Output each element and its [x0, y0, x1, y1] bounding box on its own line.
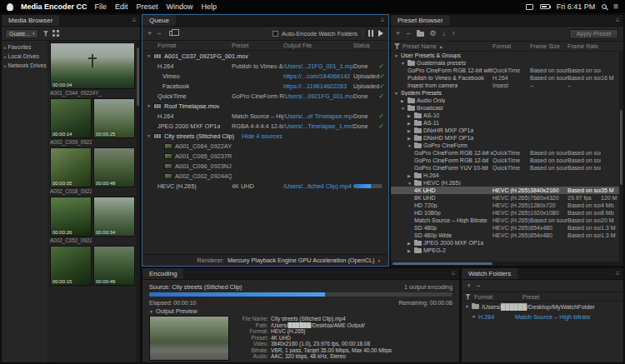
tab-encoding[interactable]: Encoding: [142, 268, 183, 279]
new-group-icon[interactable]: [417, 32, 424, 37]
queue-row[interactable]: ▼ City streets (Stitched Clip) Hide 4 so…: [142, 131, 388, 141]
disclosure-icon[interactable]: ▶: [408, 241, 412, 246]
renderer-dropdown[interactable]: Mercury Playback Engine GPU Acceleration…: [228, 257, 374, 264]
media-clip[interactable]: 00:00:48: [92, 147, 136, 196]
queue-row[interactable]: ▼ Roof Timelapse.mov ✓: [142, 101, 388, 111]
column-format[interactable]: Format: [474, 294, 519, 300]
disclosure-icon[interactable]: ▶: [408, 128, 412, 133]
menu-item[interactable]: File: [95, 2, 108, 11]
notification-center-icon[interactable]: ≡: [613, 2, 618, 11]
preset-row[interactable]: ▶ H.264: [391, 172, 623, 179]
disclosure-icon[interactable]: ▼: [465, 304, 469, 309]
disclosure-icon[interactable]: ▶: [408, 173, 412, 178]
import-preset-icon[interactable]: ↓: [442, 30, 447, 37]
preset-browser-hscrollbar[interactable]: [391, 262, 623, 266]
new-preset-button[interactable]: +: [396, 30, 400, 37]
add-watch-folder-button[interactable]: +: [467, 282, 471, 290]
start-queue-button[interactable]: [378, 30, 383, 37]
clip-thumbnail[interactable]: 00:00:26: [50, 197, 92, 237]
toggle-sources-link[interactable]: Hide 4 sources: [242, 132, 282, 140]
output-file-link[interactable]: /Users/...itched Clip).mp4: [283, 182, 353, 190]
queue-row[interactable]: ▼ QuickTime GoPro CineForm RGB 12-... /U…: [142, 91, 388, 101]
watch-format-label[interactable]: H.264: [478, 313, 494, 321]
column-status[interactable]: Status: [353, 42, 388, 48]
add-source-button[interactable]: +: [148, 30, 152, 37]
preset-label[interactable]: Publish to Vimeo & Face...: [232, 62, 283, 70]
apple-menu-icon[interactable]: [7, 3, 13, 11]
preset-browser-scrollbar[interactable]: [619, 52, 623, 262]
clip-thumbnail[interactable]: 00:00:14: [50, 98, 92, 138]
preset-row[interactable]: ▶ JPEG 2000 MXF OP1a: [391, 239, 623, 247]
queue-row[interactable]: ▼ JPEG 2000 MXF OP1a RGBA 4:4:4:4 12-bit…: [142, 121, 388, 131]
export-preset-icon[interactable]: ↑: [452, 30, 456, 37]
format-label[interactable]: QuickTime: [158, 92, 187, 100]
column-format[interactable]: Format: [492, 43, 530, 49]
queue-row[interactable]: ▼ A001_C037_0921FG_001.mov ✓: [142, 51, 388, 61]
preset-row[interactable]: Publish to Vimeo & Facebook H.264 Based …: [391, 74, 623, 82]
preset-row[interactable]: ▶ MPEG-2: [391, 247, 623, 254]
disclosure-icon[interactable]: ▼: [408, 181, 412, 186]
media-clip[interactable]: 00:00:05 A002_C018_0922BK_: [49, 147, 92, 196]
preset-filter-icon[interactable]: [394, 43, 400, 49]
media-clip[interactable]: 00:00:34: [92, 196, 136, 245]
preset-label[interactable]: Match Source – High bitr...: [232, 112, 283, 120]
preset-row[interactable]: Ingest from camera Ingest – –: [391, 82, 623, 89]
apply-preset-button[interactable]: Apply Preset: [569, 29, 618, 39]
tree-item[interactable]: ▸ Local Drives: [2, 52, 48, 61]
auto-encode-checkbox[interactable]: [272, 31, 278, 37]
disclosure-icon[interactable]: ▼: [147, 103, 151, 108]
output-preview-header[interactable]: ▼ Output Preview: [149, 307, 452, 316]
preset-row[interactable]: GoPro CineForm YUV 10-bit QuickTime Base…: [391, 164, 623, 172]
queue-row[interactable]: ▼ A001_C064_0922AY_001 ✓: [142, 141, 388, 151]
queue-row[interactable]: ▼ Vimeo https://...com/184066142 Uploade…: [142, 71, 388, 81]
menu-bar-clock[interactable]: Fri 6:41 PM: [557, 2, 596, 11]
filter-icon[interactable]: [42, 31, 48, 37]
preset-row[interactable]: ▼ Guatemala presets: [391, 59, 623, 67]
preset-row[interactable]: HD 1080p HEVC (H.265) 1920x1080 Based on…: [391, 209, 623, 217]
disclosure-icon[interactable]: ▸: [4, 63, 7, 68]
preset-row[interactable]: ▼ GoPro CineForm: [391, 142, 623, 149]
clip-thumbnail[interactable]: 00:00:15: [50, 246, 92, 286]
output-file-link[interactable]: https://...com/184066142: [283, 72, 353, 80]
preset-row[interactable]: SD 480p HEVC (H.265) 854x480 Based on so…: [391, 224, 623, 232]
watch-filter-icon[interactable]: [465, 294, 471, 300]
format-label[interactable]: H.264: [158, 112, 173, 120]
preset-row[interactable]: ▼ User Presets & Groups: [391, 52, 623, 59]
column-output-file[interactable]: Output File: [283, 42, 353, 48]
tree-item[interactable]: ▸ Network Drives: [2, 61, 48, 70]
format-label[interactable]: Vimeo: [162, 72, 180, 80]
tab-media-browser[interactable]: Media Browser: [2, 15, 59, 26]
menu-item[interactable]: Window: [167, 2, 193, 11]
column-preset-name[interactable]: Preset Name: [402, 43, 437, 49]
media-clip[interactable]: 00:00:26 A002_C052_09227T_: [49, 196, 92, 245]
media-clip[interactable]: 00:00:04 A001_C044_09224Y_: [49, 42, 136, 97]
media-clip[interactable]: 00:00:15: [49, 245, 92, 294]
tab-queue[interactable]: Queue: [142, 15, 176, 26]
clip-thumbnail[interactable]: 00:00:25: [93, 98, 135, 138]
duplicate-button[interactable]: [169, 31, 175, 36]
disclosure-icon[interactable]: ▼: [147, 53, 151, 58]
column-preset[interactable]: Preset: [522, 294, 623, 300]
disclosure-icon[interactable]: ▼: [394, 91, 399, 96]
watch-folder-row[interactable]: ▼ /Users/██████/Desktop/MyWatchFolder: [462, 302, 623, 312]
tab-preset-browser[interactable]: Preset Browser: [391, 15, 450, 26]
preset-row[interactable]: GoPro CineForm RGB 12-bit with alpha Qui…: [391, 149, 623, 157]
format-label[interactable]: HEVC (H.265): [158, 182, 197, 190]
clip-thumbnail[interactable]: 00:00:34: [93, 197, 135, 237]
disclosure-icon[interactable]: ▼: [147, 133, 151, 138]
preset-row[interactable]: ▶ DNxHD MXF OP1a: [391, 134, 623, 142]
watch-preset-label[interactable]: Match Source – High bitrate: [515, 313, 623, 321]
preset-row[interactable]: HD 720p HEVC (H.265) 1280x720 Based on s…: [391, 202, 623, 209]
output-file-link[interactable]: /Users/...of Timelapse.mp4: [283, 112, 353, 120]
disclosure-icon[interactable]: ▼: [401, 106, 406, 111]
panel-menu-icon[interactable]: ≡: [612, 268, 623, 279]
media-clip[interactable]: 00:00:25: [92, 97, 136, 147]
preset-row[interactable]: Match Source – High Bitrate HEVC (H.265)…: [391, 217, 623, 224]
queue-row[interactable]: ▼ A001_C066_0923NJ_001 ✓: [142, 161, 388, 171]
battery-icon[interactable]: [540, 4, 550, 9]
source-filter-dropdown[interactable]: Guate... ▾: [5, 29, 38, 38]
tab-watch-folders[interactable]: Watch Folders: [462, 268, 518, 279]
thumbnail-view-icon[interactable]: [52, 30, 55, 32]
preset-row[interactable]: ▶ AS-10: [391, 112, 623, 119]
disclosure-icon[interactable]: ▼: [472, 314, 476, 319]
